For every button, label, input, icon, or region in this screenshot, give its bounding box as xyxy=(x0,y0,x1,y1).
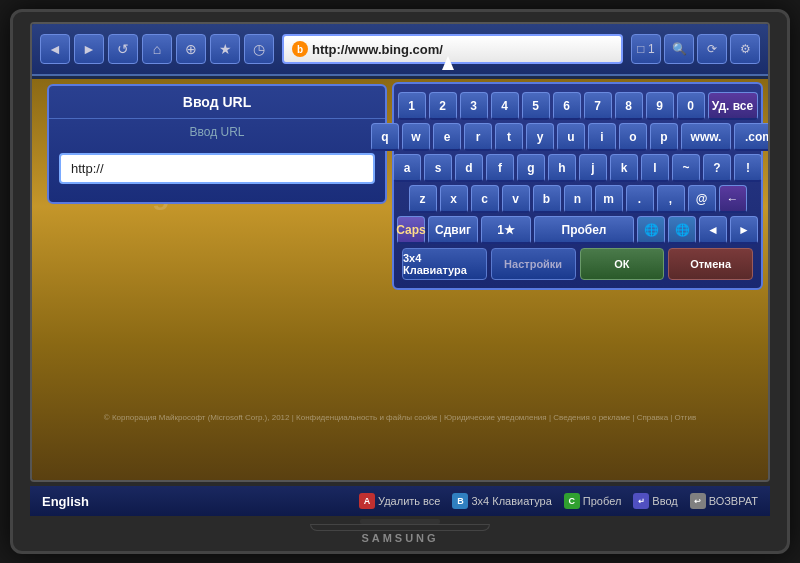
key-space[interactable]: Пробел xyxy=(534,216,634,244)
forward-button[interactable]: ► xyxy=(74,34,104,64)
key-arr-right[interactable]: ► xyxy=(730,216,758,244)
screen: bing ◄ ► ↺ ⌂ ⊕ ★ ◷ b http://www.bing.com… xyxy=(30,22,770,482)
key-9[interactable]: 9 xyxy=(646,92,674,120)
key-exclaim[interactable]: ! xyxy=(734,154,762,182)
tv-stand: SAMSUNG xyxy=(300,519,500,544)
key-1[interactable]: 1 xyxy=(398,92,426,120)
key-m[interactable]: m xyxy=(595,185,623,213)
key-3[interactable]: 3 xyxy=(460,92,488,120)
key-z[interactable]: z xyxy=(409,185,437,213)
key-7[interactable]: 7 xyxy=(584,92,612,120)
refresh-button[interactable]: ↺ xyxy=(108,34,138,64)
language-label: English xyxy=(42,494,89,509)
hint-space: C Пробел xyxy=(564,493,622,509)
hint-enter-label: Ввод xyxy=(652,495,677,507)
home-button[interactable]: ⌂ xyxy=(142,34,172,64)
key-w[interactable]: w xyxy=(402,123,430,151)
window-button[interactable]: □ 1 xyxy=(631,34,661,64)
key-f[interactable]: f xyxy=(486,154,514,182)
key-v[interactable]: v xyxy=(502,185,530,213)
key-g[interactable]: g xyxy=(517,154,545,182)
hint-enter: ↵ Ввод xyxy=(633,493,677,509)
key-y[interactable]: y xyxy=(526,123,554,151)
key-www[interactable]: www. xyxy=(681,123,731,151)
key-q[interactable]: q xyxy=(371,123,399,151)
browser-bar: ◄ ► ↺ ⌂ ⊕ ★ ◷ b http://www.bing.com/ □ 1… xyxy=(32,24,768,76)
key-tilde[interactable]: ~ xyxy=(672,154,700,182)
key-dotcom[interactable]: .com xyxy=(734,123,770,151)
keyboard-row-numbers: 1 2 3 4 5 6 7 8 9 0 Уд. все xyxy=(402,92,753,120)
hint-back: ↩ ВОЗВРАТ xyxy=(690,493,758,509)
action-cancel[interactable]: Отмена xyxy=(668,248,753,280)
key-0[interactable]: 0 xyxy=(677,92,705,120)
key-4[interactable]: 4 xyxy=(491,92,519,120)
hint-3x4: B 3х4 Клавиатура xyxy=(452,493,551,509)
key-star[interactable]: 1★ xyxy=(481,216,531,244)
share-button[interactable]: ⟳ xyxy=(697,34,727,64)
badge-enter: ↵ xyxy=(633,493,649,509)
key-l[interactable]: l xyxy=(641,154,669,182)
key-caps[interactable]: Caps xyxy=(397,216,425,244)
keyboard-row-qwerty: q w e r t y u i o p www. .com xyxy=(402,123,753,151)
key-shift[interactable]: Сдвиг xyxy=(428,216,478,244)
hint-delete-all-label: Удалить все xyxy=(378,495,440,507)
settings-button[interactable]: ⚙ xyxy=(730,34,760,64)
action-3x4[interactable]: 3х4 Клавиатура xyxy=(402,248,487,280)
key-n[interactable]: n xyxy=(564,185,592,213)
search-button[interactable]: 🔍 xyxy=(664,34,694,64)
key-h[interactable]: h xyxy=(548,154,576,182)
url-text: http://www.bing.com/ xyxy=(312,42,443,57)
back-button[interactable]: ◄ xyxy=(40,34,70,64)
bottom-bar: English A Удалить все B 3х4 Клавиатура C… xyxy=(30,486,770,516)
tv-frame: bing ◄ ► ↺ ⌂ ⊕ ★ ◷ b http://www.bing.com… xyxy=(10,9,790,554)
key-question[interactable]: ? xyxy=(703,154,731,182)
key-s[interactable]: s xyxy=(424,154,452,182)
key-r[interactable]: r xyxy=(464,123,492,151)
keyboard-row-asdf: a s d f g h j k l ~ ? ! xyxy=(402,154,753,182)
key-6[interactable]: 6 xyxy=(553,92,581,120)
key-2[interactable]: 2 xyxy=(429,92,457,120)
url-input[interactable] xyxy=(59,153,375,184)
url-popup-title: Ввод URL xyxy=(49,86,385,119)
key-j[interactable]: j xyxy=(579,154,607,182)
key-b[interactable]: b xyxy=(533,185,561,213)
url-popup: Ввод URL Ввод URL xyxy=(47,84,387,204)
key-at[interactable]: @ xyxy=(688,185,716,213)
key-globe2[interactable]: 🌐 xyxy=(668,216,696,244)
bottom-hints: A Удалить все B 3х4 Клавиатура C Пробел … xyxy=(359,493,758,509)
url-popup-subtitle: Ввод URL xyxy=(49,119,385,145)
favorites-button[interactable]: ★ xyxy=(210,34,240,64)
key-comma[interactable]: , xyxy=(657,185,685,213)
key-globe1[interactable]: 🌐 xyxy=(637,216,665,244)
key-a[interactable]: a xyxy=(393,154,421,182)
key-d[interactable]: d xyxy=(455,154,483,182)
tv-brand: SAMSUNG xyxy=(361,532,438,544)
zoom-button[interactable]: ⊕ xyxy=(176,34,206,64)
top-right-buttons: □ 1 🔍 ⟳ ⚙ xyxy=(631,34,760,64)
key-x[interactable]: x xyxy=(440,185,468,213)
key-i[interactable]: i xyxy=(588,123,616,151)
hint-back-label: ВОЗВРАТ xyxy=(709,495,758,507)
key-e[interactable]: e xyxy=(433,123,461,151)
key-8[interactable]: 8 xyxy=(615,92,643,120)
keyboard-action-row: 3х4 Клавиатура Настройки ОК Отмена xyxy=(402,248,753,280)
key-k[interactable]: k xyxy=(610,154,638,182)
key-backspace[interactable]: ← xyxy=(719,185,747,213)
key-period[interactable]: . xyxy=(626,185,654,213)
keyboard-panel: 1 2 3 4 5 6 7 8 9 0 Уд. все q w e r t y … xyxy=(392,82,763,290)
badge-b: B xyxy=(452,493,468,509)
action-ok[interactable]: ОК xyxy=(580,248,665,280)
key-t[interactable]: t xyxy=(495,123,523,151)
key-u[interactable]: u xyxy=(557,123,585,151)
key-c[interactable]: c xyxy=(471,185,499,213)
key-delete-all[interactable]: Уд. все xyxy=(708,92,758,120)
key-o[interactable]: o xyxy=(619,123,647,151)
bing-icon: b xyxy=(292,41,308,57)
action-settings[interactable]: Настройки xyxy=(491,248,576,280)
key-p[interactable]: p xyxy=(650,123,678,151)
history-button[interactable]: ◷ xyxy=(244,34,274,64)
keyboard-row-zxcv: z x c v b n m . , @ ← xyxy=(402,185,753,213)
key-arr-left[interactable]: ◄ xyxy=(699,216,727,244)
hint-3x4-label: 3х4 Клавиатура xyxy=(471,495,551,507)
key-5[interactable]: 5 xyxy=(522,92,550,120)
